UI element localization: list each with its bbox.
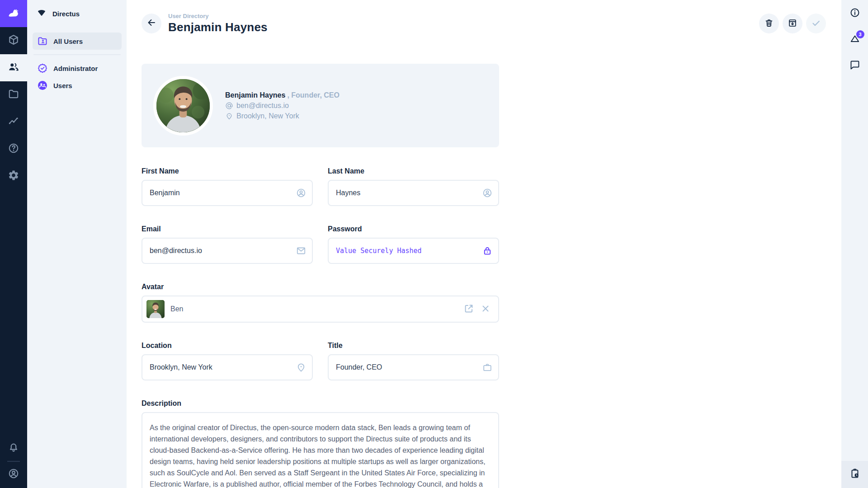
module-user-directory[interactable] [0, 54, 27, 81]
briefcase-icon [482, 362, 493, 373]
right-sidebar: 3 [841, 0, 868, 488]
card-user-role: , Founder, CEO [287, 91, 340, 99]
user-form: Benjamin Haynes, Founder, CEO ben@direct… [127, 64, 499, 488]
info-sidebar-button[interactable] [844, 2, 866, 24]
avatar-clear-button[interactable] [480, 303, 491, 315]
nav-item-label: Administrator [53, 65, 98, 72]
revisions-footer-button[interactable] [841, 461, 868, 488]
back-button[interactable] [142, 14, 161, 33]
header-actions [759, 14, 826, 33]
first-name-input[interactable] [142, 180, 313, 206]
nav-item-all-users[interactable]: All Users [33, 33, 122, 50]
nav-item-users[interactable]: Users [33, 77, 122, 94]
insights-icon [8, 115, 19, 129]
module-file-library[interactable] [0, 81, 27, 108]
avatar-file-input[interactable]: Ben [142, 296, 499, 323]
user-summary-card: Benjamin Haynes, Founder, CEO ben@direct… [142, 64, 499, 147]
card-user-location: Brooklyn, New York [236, 111, 299, 121]
field-label: Location [142, 342, 313, 350]
at-sign-icon [225, 102, 233, 110]
trash-icon [764, 18, 774, 29]
avatar-open-button[interactable] [463, 303, 474, 315]
email-input[interactable] [142, 238, 313, 264]
module-bar [0, 0, 27, 488]
module-bar-divider [7, 461, 20, 462]
project-selector[interactable]: Directus [27, 0, 127, 27]
archive-button[interactable] [783, 14, 802, 33]
notifications-sidebar-button[interactable]: 3 [844, 28, 866, 50]
field-email: Email [142, 225, 313, 264]
nav-divider [33, 54, 121, 55]
comments-sidebar-button[interactable] [844, 55, 866, 76]
main-content: User Directory Benjamin Haynes [127, 0, 841, 488]
close-icon [480, 303, 491, 315]
arrow-left-icon [146, 17, 157, 30]
map-pin-icon [225, 112, 233, 120]
field-label: Avatar [142, 283, 499, 291]
comment-icon [849, 60, 860, 72]
user-menu-button[interactable] [0, 465, 27, 484]
clipboard-clock-icon [849, 468, 860, 481]
module-help[interactable] [0, 136, 27, 163]
location-input[interactable] [142, 354, 313, 380]
directus-logo-button[interactable] [0, 0, 27, 27]
nav-list: All Users Administrator [27, 27, 127, 94]
module-settings[interactable] [0, 163, 27, 190]
field-password: Password [328, 225, 499, 264]
field-label: Last Name [328, 167, 499, 175]
card-user-email: ben@directus.io [236, 100, 289, 111]
save-button[interactable] [806, 14, 826, 33]
module-bar-bottom [0, 438, 27, 484]
description-textarea[interactable]: As the original creator of Directus, the… [142, 412, 499, 488]
map-pin-icon [296, 362, 307, 373]
open-in-new-icon [463, 303, 474, 315]
people-icon [8, 61, 19, 75]
info-icon [849, 7, 860, 19]
page-header: User Directory Benjamin Haynes [127, 0, 841, 47]
check-icon [811, 18, 821, 30]
field-first-name: First Name [142, 167, 313, 206]
field-label: First Name [142, 167, 313, 175]
nav-item-administrator[interactable]: Administrator [33, 60, 122, 77]
page-title: Benjamin Haynes [168, 20, 268, 34]
avatar-file-name: Ben [170, 305, 183, 313]
nav-item-label: Users [53, 82, 72, 89]
field-last-name: Last Name [328, 167, 499, 206]
card-info: Benjamin Haynes, Founder, CEO ben@direct… [225, 90, 340, 121]
last-name-input[interactable] [328, 180, 499, 206]
project-name: Directus [52, 10, 80, 18]
avatar-thumbnail [146, 300, 165, 318]
field-avatar: Avatar [142, 283, 499, 323]
title-input[interactable] [328, 354, 499, 380]
gear-icon [8, 169, 19, 183]
field-title: Title [328, 342, 499, 380]
mail-icon [296, 245, 307, 256]
lock-icon [482, 245, 493, 256]
nav-sidebar: Directus All Users [27, 0, 127, 488]
delete-button[interactable] [759, 14, 779, 33]
field-description: Description As the original creator of D… [142, 399, 499, 488]
password-input[interactable] [328, 238, 499, 264]
nav-item-label: All Users [53, 38, 83, 45]
field-label: Description [142, 399, 499, 408]
bell-icon [8, 441, 19, 455]
notification-count-badge: 3 [856, 30, 864, 38]
module-content[interactable] [0, 27, 27, 54]
breadcrumb: User Directory [168, 13, 268, 19]
card-user-name: Benjamin Haynes [225, 91, 285, 99]
account-circle-icon [8, 468, 19, 481]
box-icon [8, 34, 19, 47]
folder-user-icon [37, 36, 48, 47]
module-insights[interactable] [0, 108, 27, 136]
help-icon [8, 142, 19, 156]
folder-icon [8, 88, 19, 102]
account-circle-icon [482, 188, 493, 198]
field-label: Password [328, 225, 499, 233]
user-avatar-photo [153, 76, 213, 136]
field-location: Location [142, 342, 313, 380]
users-circle-icon [37, 80, 48, 91]
notifications-bell-button[interactable] [0, 438, 27, 458]
title-block: User Directory Benjamin Haynes [168, 13, 268, 34]
account-circle-icon [296, 188, 307, 198]
field-label: Email [142, 225, 313, 233]
